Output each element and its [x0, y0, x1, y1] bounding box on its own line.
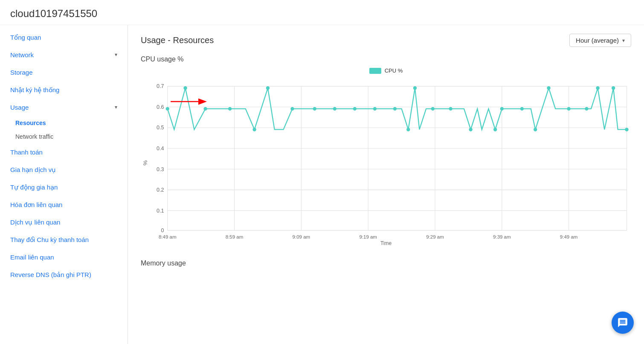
svg-point-45 [406, 128, 410, 131]
svg-point-51 [500, 107, 504, 111]
content-header: Usage - Resources Hour (average) ▾ [141, 34, 631, 47]
sidebar-item-gia-han[interactable]: Gia hạn dịch vụ [0, 161, 128, 178]
sidebar-item-thanh-toan[interactable]: Thanh toán [0, 143, 128, 161]
svg-text:0.5: 0.5 [157, 125, 164, 131]
svg-point-52 [520, 107, 524, 111]
time-selector[interactable]: Hour (average) ▾ [569, 34, 631, 47]
svg-point-59 [625, 128, 628, 131]
svg-text:0.2: 0.2 [157, 187, 164, 193]
sidebar-item-tong-quan[interactable]: Tổng quan [0, 29, 128, 46]
svg-text:0.7: 0.7 [157, 83, 164, 89]
sidebar-item-thay-doi-chu-ky[interactable]: Thay đổi Chu kỳ thanh toán [0, 231, 128, 248]
svg-point-40 [313, 107, 316, 111]
svg-text:9:19 am: 9:19 am [359, 234, 377, 239]
svg-point-48 [449, 107, 452, 111]
sidebar-item-nhat-ky[interactable]: Nhật ký hệ thống [0, 81, 128, 99]
svg-point-55 [567, 107, 570, 111]
chat-button[interactable] [612, 312, 634, 334]
svg-point-53 [534, 128, 537, 131]
chat-icon [617, 317, 628, 328]
sidebar-item-email-lien-quan[interactable]: Email liên quan [0, 248, 128, 266]
svg-point-37 [252, 128, 256, 131]
sidebar-item-usage[interactable]: Usage ▾ [0, 99, 128, 116]
sidebar-item-network[interactable]: Network ▾ [0, 46, 128, 64]
sidebar-item-storage[interactable]: Storage [0, 64, 128, 81]
svg-point-54 [547, 86, 550, 90]
svg-point-50 [493, 128, 497, 131]
sidebar-item-hoa-don[interactable]: Hóa đơn liên quan [0, 196, 128, 213]
cpu-line [168, 88, 627, 129]
svg-point-42 [353, 107, 357, 111]
cpu-chart-section: CPU usage % CPU % [141, 55, 631, 247]
page-title: cloud10197451550 [0, 0, 644, 25]
legend-color-cpu [369, 68, 381, 74]
svg-text:9:39 am: 9:39 am [493, 234, 511, 239]
svg-point-44 [393, 107, 397, 111]
sidebar-sub-item-network-traffic[interactable]: Network traffic [0, 130, 128, 143]
cpu-legend: CPU % [141, 67, 631, 74]
svg-text:0.4: 0.4 [157, 146, 164, 152]
svg-text:0: 0 [161, 227, 164, 233]
svg-point-49 [469, 128, 472, 131]
svg-point-57 [596, 86, 599, 90]
chevron-down-icon: ▾ [115, 51, 117, 58]
svg-point-41 [333, 107, 337, 111]
sidebar-item-reverse-dns[interactable]: Reverse DNS (bản ghi PTR) [0, 266, 128, 283]
svg-text:9:09 am: 9:09 am [293, 234, 310, 239]
main-content: Usage - Resources Hour (average) ▾ CPU u… [128, 25, 644, 344]
svg-point-34 [183, 86, 187, 90]
chevron-down-icon-usage: ▾ [115, 104, 117, 111]
content-title: Usage - Resources [141, 35, 214, 45]
svg-text:8:49 am: 8:49 am [159, 234, 177, 239]
svg-text:0.3: 0.3 [157, 166, 164, 172]
memory-chart-title: Memory usage [141, 259, 631, 267]
sidebar-sub-item-resources[interactable]: Resources [0, 116, 128, 130]
legend-label-cpu: CPU % [385, 67, 403, 74]
svg-point-56 [585, 107, 588, 111]
svg-text:0.6: 0.6 [157, 104, 164, 110]
svg-text:8:59 am: 8:59 am [226, 234, 244, 239]
cpu-chart-title: CPU usage % [141, 55, 631, 63]
svg-point-47 [431, 107, 435, 111]
sidebar-item-tu-dong-gia-han[interactable]: Tự động gia hạn [0, 178, 128, 196]
svg-text:0.1: 0.1 [157, 208, 164, 214]
usage-arrow-annotation [166, 93, 218, 112]
cpu-chart-container: CPU % [141, 67, 631, 247]
svg-point-58 [612, 86, 615, 90]
svg-point-43 [373, 107, 377, 111]
memory-chart-section: Memory usage [141, 259, 631, 267]
svg-text:9:49 am: 9:49 am [560, 234, 578, 239]
svg-point-36 [228, 107, 232, 111]
cpu-x-axis-label: Time [141, 240, 631, 246]
svg-text:%: % [142, 160, 148, 165]
sidebar-item-dich-vu[interactable]: Dịch vụ liên quan [0, 213, 128, 231]
svg-point-38 [266, 86, 270, 90]
sidebar: Tổng quan Network ▾ Storage Nhật ký hệ t… [0, 25, 128, 344]
svg-point-39 [290, 107, 294, 111]
svg-point-46 [413, 86, 417, 90]
chevron-down-icon-time: ▾ [622, 38, 625, 44]
svg-text:9:29 am: 9:29 am [426, 234, 444, 239]
